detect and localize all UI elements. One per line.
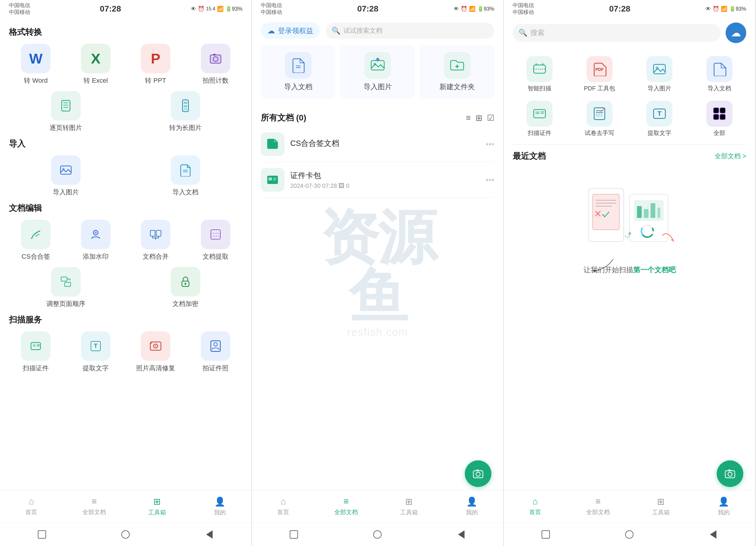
svg-rect-53 — [268, 177, 272, 180]
bottom-nav-3: ⌂ 首页 ≡ 全部文档 ⊞ 工具箱 👤 我的 — [504, 490, 755, 522]
tool-excel[interactable]: X 转 Excel — [69, 44, 123, 85]
import-pic-label: 导入图片 — [53, 188, 79, 197]
tool-long-img[interactable]: 转为长图片 — [129, 91, 243, 132]
svg-rect-103 — [644, 209, 649, 218]
sys-circle-3[interactable] — [622, 527, 637, 542]
tools-label-2: 工具箱 — [400, 508, 418, 516]
battery-icon-3: 🔋93% — [729, 6, 746, 12]
sys-circle-2[interactable] — [370, 527, 385, 542]
tools-label-3: 工具箱 — [652, 508, 670, 516]
fab-camera-2[interactable] — [465, 460, 491, 487]
import-doc-action-icon — [285, 52, 312, 79]
nav-docs-1[interactable]: ≡ 全部文档 — [63, 496, 126, 516]
tool-reorder[interactable]: 调整页面顺序 — [9, 267, 123, 308]
tool-scan-cert[interactable]: 扫描证件 — [9, 331, 63, 373]
arrow-svg — [560, 256, 619, 274]
tool-extract[interactable]: 文档提取 — [188, 220, 242, 261]
tool-import-pic[interactable]: 导入图片 — [9, 155, 123, 197]
svg-rect-12 — [184, 105, 187, 107]
import-doc-label-3: 导入文档 — [708, 84, 731, 92]
tool-import-doc[interactable]: 导入文档 — [129, 155, 243, 197]
nav-tools-1[interactable]: ⊞ 工具箱 — [126, 496, 189, 516]
tool-ppt[interactable]: P 转 PPT — [129, 44, 183, 85]
tool-cs-sign[interactable]: CS合合签 — [9, 220, 63, 261]
nav-tools-2[interactable]: ⊞ 工具箱 — [378, 496, 441, 516]
scan-cert-label: 扫描证件 — [23, 364, 49, 373]
tool-exam-dewrite[interactable]: 试卷去手写 — [570, 97, 630, 141]
search-bar-2[interactable]: 🔍 试试搜索文档 — [326, 23, 494, 39]
doc-item-cs[interactable]: CS合合签文档 ••• — [261, 126, 494, 162]
login-button[interactable]: ☁ 登录领权益 — [261, 22, 320, 39]
nav-profile-1[interactable]: 👤 我的 — [188, 496, 251, 516]
tool-smart-scan[interactable]: 智能扫描 — [510, 52, 570, 97]
sys-square-3[interactable] — [538, 527, 553, 542]
doc-edit-grid: CS合合签 添加水印 文档合并 文档提取 — [9, 220, 242, 261]
action-import-pic[interactable]: 导入图片 — [340, 45, 415, 99]
sys-circle-1[interactable] — [118, 527, 133, 542]
grid-view-icon[interactable]: ⊞ — [475, 113, 482, 123]
tool-import-pic-3[interactable]: 导入图片 — [630, 52, 690, 97]
svg-rect-111 — [725, 471, 735, 478]
action-new-folder[interactable]: 新建文件夹 — [420, 45, 494, 99]
ocr-icon: T — [81, 331, 110, 361]
sys-square-2[interactable] — [286, 527, 301, 542]
tool-watermark[interactable]: 添加水印 — [69, 220, 123, 261]
action-import-doc[interactable]: 导入文档 — [261, 45, 335, 99]
tool-scan-cert-3[interactable]: 扫描证件 — [510, 97, 570, 141]
time-3: 07:28 — [609, 4, 630, 14]
section-format-convert: 格式转换 — [9, 27, 242, 38]
extract-icon — [201, 220, 230, 249]
tool-ocr[interactable]: T 提取文字 — [69, 331, 123, 373]
nav-home-2[interactable]: ⌂ 首页 — [252, 496, 315, 516]
svg-rect-3 — [213, 54, 216, 56]
nav-profile-2[interactable]: 👤 我的 — [440, 496, 503, 516]
list-sort-icon[interactable]: ≡ — [466, 113, 471, 123]
doc-item-cert[interactable]: 证件卡包 2024-07-30 07:28 🖼 0 ••• — [261, 162, 494, 198]
nav-tools-3[interactable]: ⊞ 工具箱 — [630, 496, 693, 516]
scan-cert-icon-3 — [527, 101, 553, 127]
svg-rect-6 — [63, 102, 69, 103]
nav-docs-2[interactable]: ≡ 全部文档 — [315, 496, 378, 516]
section-doc-edit: 文档编辑 — [9, 203, 242, 214]
tool-word[interactable]: W 转 Word — [9, 44, 63, 85]
tool-repair[interactable]: 照片高清修复 — [129, 331, 183, 373]
nav-home-3[interactable]: ⌂ 首页 — [504, 496, 567, 516]
filter-icon[interactable]: ☑ — [487, 113, 494, 123]
import-doc-icon-3 — [706, 56, 732, 82]
sys-back-1[interactable] — [202, 527, 217, 542]
sys-back-3[interactable] — [706, 527, 721, 542]
tool-ocr-3[interactable]: T 提取文字 — [630, 97, 690, 141]
import-pic-icon — [51, 155, 81, 185]
nav-home-1[interactable]: ⌂ 首页 — [0, 496, 63, 516]
repair-icon — [141, 331, 170, 361]
cs-sign-label: CS合合签 — [22, 252, 50, 261]
signal-icon-2: 📶 — [469, 6, 475, 12]
cloud-button[interactable]: ☁ — [726, 22, 746, 43]
p2-search-row: ☁ 登录领权益 🔍 试试搜索文档 — [261, 22, 494, 39]
tool-merge[interactable]: 文档合并 — [129, 220, 183, 261]
recent-all-link[interactable]: 全部文档 > — [715, 152, 746, 161]
tool-encrypt[interactable]: 文档加密 — [129, 267, 243, 308]
svg-point-58 — [476, 472, 480, 476]
doc-cs-more[interactable]: ••• — [486, 139, 494, 149]
profile-label-1: 我的 — [214, 508, 226, 516]
sys-back-2[interactable] — [454, 527, 469, 542]
tool-photo-id[interactable]: 拍证件照 — [188, 331, 242, 373]
search-icon-2: 🔍 — [332, 27, 340, 35]
svg-point-30 — [185, 283, 186, 285]
search-bar-3[interactable]: 🔍 搜索 — [513, 24, 721, 42]
tool-pdf-pack[interactable]: PDF PDF 工具包 — [570, 52, 630, 97]
alarm-icon-3: ⏰ — [713, 6, 719, 12]
nav-profile-3[interactable]: 👤 我的 — [692, 496, 755, 516]
search-placeholder-2: 试试搜索文档 — [343, 26, 382, 35]
nav-docs-3[interactable]: ≡ 全部文档 — [567, 496, 630, 516]
tool-page-img[interactable]: 逐页转图片 — [9, 91, 123, 132]
tool-photo-count[interactable]: 拍照计数 — [188, 44, 242, 85]
doc-cert-more[interactable]: ••• — [486, 175, 494, 185]
tool-import-doc-3[interactable]: 导入文档 — [689, 52, 749, 97]
sys-square-1[interactable] — [35, 527, 49, 542]
fab-camera-3[interactable] — [717, 460, 743, 487]
excel-icon: X — [81, 44, 110, 73]
tool-all-3[interactable]: 全部 — [689, 97, 749, 141]
svg-rect-59 — [476, 470, 479, 471]
